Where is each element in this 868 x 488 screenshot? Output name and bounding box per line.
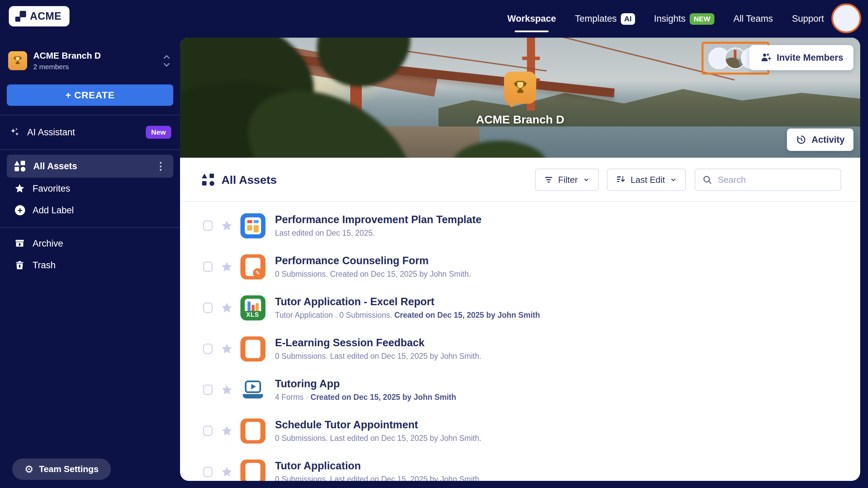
nav-support[interactable]: Support (792, 14, 824, 24)
team-avatar-trophy-icon[interactable] (504, 72, 536, 104)
star-icon (14, 183, 25, 194)
favorite-star-icon[interactable] (221, 261, 233, 273)
filter-icon (544, 175, 553, 184)
ai-badge: AI (621, 13, 635, 25)
form-icon (240, 460, 265, 481)
row-checkbox[interactable] (203, 467, 213, 477)
favorite-star-icon[interactable] (221, 302, 233, 314)
top-navigation: ACME Workspace TemplatesAI InsightsNEW A… (0, 0, 868, 38)
sort-button[interactable]: Last Edit (607, 169, 686, 191)
team-cover-banner: ACME Branch D Invite Members Activity (180, 38, 860, 158)
pen-icon: ✎ (253, 268, 262, 278)
asset-title[interactable]: Tutor Application (275, 460, 481, 472)
team-selector[interactable]: ACME Branch D 2 members (8, 51, 173, 71)
team-members-count: 2 members (33, 63, 154, 71)
sort-descending-icon (616, 175, 626, 185)
sidebar-item-trash[interactable]: Trash (7, 254, 173, 276)
sidebar-item-archive[interactable]: Archive (7, 233, 173, 254)
search-input[interactable] (718, 175, 834, 185)
row-checkbox[interactable] (203, 261, 213, 272)
row-checkbox[interactable] (203, 344, 213, 354)
favorite-star-icon[interactable] (221, 466, 233, 478)
row-checkbox[interactable] (203, 426, 213, 436)
trophy-icon (8, 51, 27, 70)
nav-templates[interactable]: TemplatesAI (575, 13, 635, 25)
asset-title[interactable]: Performance Counseling Form (275, 255, 471, 267)
chevron-down-icon (670, 176, 677, 183)
asset-row[interactable]: ✎ Performance Counseling Form 0 Submissi… (203, 246, 841, 287)
shapes-icon (14, 160, 26, 172)
invite-people-icon (760, 52, 772, 64)
team-name-title: ACME Branch D (180, 113, 860, 126)
asset-row[interactable]: Tutoring App 4 Forms · Created on Dec 15… (203, 369, 841, 410)
team-switch-chevrons-icon[interactable] (160, 56, 173, 66)
gear-icon: ⚙ (24, 464, 34, 474)
activity-button[interactable]: Activity (787, 129, 853, 151)
nav-workspace[interactable]: Workspace (507, 14, 556, 24)
asset-subtitle: 0 Submissions. Last edited on Dec 15, 20… (275, 434, 481, 443)
sidebar-item-favorites[interactable]: Favorites (7, 178, 173, 199)
asset-subtitle: 0 Submissions. Created on Dec 15, 2025 b… (275, 270, 471, 279)
row-checkbox[interactable] (203, 302, 213, 313)
asset-subtitle: Tutor Application . 0 Submissions. Creat… (275, 311, 540, 320)
acme-logo[interactable]: ACME (9, 6, 70, 26)
nav-insights[interactable]: InsightsNEW (654, 13, 714, 25)
asset-subtitle: 0 Submissions. Last edited on Dec 15, 20… (275, 352, 481, 361)
asset-row[interactable]: Tutor Application 0 Submissions. Last ed… (203, 451, 841, 481)
search-box[interactable] (695, 169, 841, 191)
user-avatar[interactable] (831, 3, 861, 33)
team-name: ACME Branch D (33, 51, 154, 61)
filter-button[interactable]: Filter (535, 169, 599, 191)
chevron-down-icon (583, 176, 590, 183)
sidebar-group: All Assets ⋮ Favorites + Add Label (0, 150, 180, 221)
search-icon (702, 175, 712, 185)
create-button[interactable]: + CREATE (7, 84, 173, 106)
form-pen-icon: ✎ (240, 254, 265, 279)
kebab-menu-icon[interactable]: ⋮ (156, 163, 166, 170)
asset-subtitle: 0 Submissions. Last edited on Dec 15, 20… (275, 475, 481, 481)
sidebar-item-ai-assistant[interactable]: AI Assistant New (0, 115, 180, 149)
invite-members-label: Invite Members (776, 53, 843, 63)
sidebar-item-all-assets[interactable]: All Assets ⋮ (7, 155, 173, 178)
nav-all-teams[interactable]: All Teams (733, 14, 773, 24)
sidebar: ACME Branch D 2 members + CREATE AI Assi… (0, 38, 180, 488)
nav-items: Workspace TemplatesAI InsightsNEW All Te… (507, 0, 824, 38)
archive-icon (14, 238, 25, 249)
asset-title[interactable]: E-Learning Session Feedback (275, 337, 481, 349)
team-settings-label: Team Settings (39, 464, 99, 474)
new-badge: New (146, 126, 171, 139)
sidebar-group-archive: Archive Trash (0, 228, 180, 276)
asset-title[interactable]: Tutoring App (275, 378, 456, 390)
plus-circle-icon: + (15, 205, 25, 215)
sparkles-icon (9, 126, 20, 138)
asset-subtitle: 4 Forms · Created on Dec 15, 2025 by Joh… (275, 393, 456, 402)
form-icon (240, 418, 265, 444)
main-panel: ACME Branch D Invite Members Activity Al… (180, 38, 860, 481)
asset-title[interactable]: Schedule Tutor Appointment (275, 419, 481, 431)
favorite-star-icon[interactable] (221, 384, 233, 396)
asset-row[interactable]: XLS Tutor Application - Excel Report Tut… (203, 287, 841, 328)
page-title: All Assets (221, 173, 277, 187)
asset-title[interactable]: Performance Improvement Plan Template (275, 214, 481, 226)
shapes-icon (202, 173, 215, 186)
team-texts: ACME Branch D 2 members (33, 51, 154, 71)
asset-title[interactable]: Tutor Application - Excel Report (275, 296, 540, 308)
asset-row[interactable]: E-Learning Session Feedback 0 Submission… (203, 328, 841, 369)
activity-label: Activity (811, 135, 845, 145)
form-icon (240, 336, 265, 362)
acme-logo-text: ACME (30, 10, 61, 22)
invite-members-button[interactable]: Invite Members (749, 45, 853, 70)
favorite-star-icon[interactable] (221, 220, 233, 232)
laptop-app-icon (240, 377, 265, 403)
favorite-star-icon[interactable] (221, 343, 233, 355)
team-settings-button[interactable]: ⚙ Team Settings (12, 458, 111, 480)
favorite-star-icon[interactable] (221, 425, 233, 437)
excel-report-icon: XLS (240, 295, 265, 320)
row-checkbox[interactable] (203, 385, 213, 395)
new-badge: NEW (690, 13, 714, 25)
asset-row[interactable]: Schedule Tutor Appointment 0 Submissions… (203, 410, 841, 451)
asset-row[interactable]: Performance Improvement Plan Template La… (203, 205, 841, 246)
sidebar-item-add-label[interactable]: + Add Label (7, 199, 173, 221)
board-app-icon (240, 213, 265, 238)
row-checkbox[interactable] (203, 220, 213, 231)
